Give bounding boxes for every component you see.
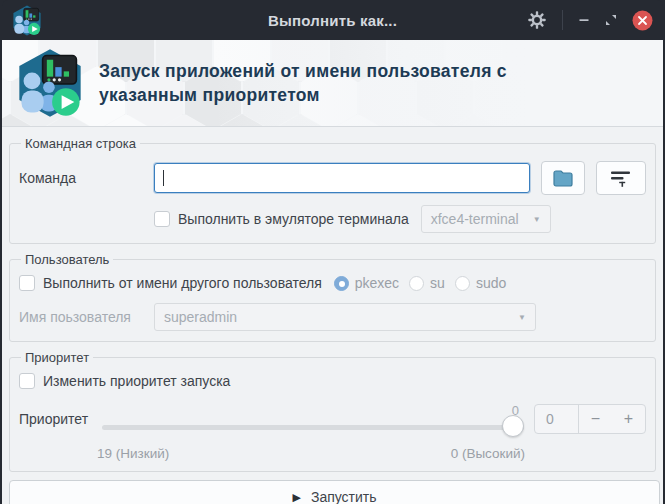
other-user-checkbox[interactable]: [19, 275, 35, 291]
titlebar: Выполнить как...: [2, 0, 663, 40]
other-user-checkbox-label: Выполнить от имени другого пользователя: [43, 275, 322, 291]
radio-label: sudo: [476, 275, 506, 291]
text-lines-icon: [611, 170, 631, 187]
user-section: Пользователь Выполнить от имени другого …: [9, 252, 656, 342]
priority-high-label: 0 (Высокий): [451, 446, 525, 461]
command-label: Команда: [19, 170, 154, 186]
priority-legend: Приоритет: [21, 350, 93, 365]
priority-range-labels: 19 (Низкий) 0 (Высокий): [97, 446, 525, 461]
auth-method-group: pkexec su sudo: [324, 275, 507, 291]
titlebar-separator: [562, 10, 563, 30]
priority-spinbox: 0 − +: [534, 404, 646, 434]
chevron-down-icon: ▼: [533, 215, 541, 224]
priority-section: Приоритет Изменить приоритет запуска При…: [9, 350, 656, 472]
priority-label: Приоритет: [19, 411, 102, 427]
auth-method-sudo: sudo: [455, 275, 506, 291]
close-button[interactable]: [632, 10, 653, 31]
auth-method-su: su: [409, 275, 445, 291]
command-line-section: Командная строка Команда: [9, 136, 656, 244]
dialog-content: Командная строка Команда: [2, 127, 663, 504]
command-input-wrap: [154, 163, 530, 193]
user-legend: Пользователь: [21, 252, 113, 267]
slider-thumb: [502, 415, 524, 437]
command-line-legend: Командная строка: [21, 136, 140, 151]
username-select: superadmin ▼: [154, 303, 536, 331]
priority-slider: 0: [102, 401, 524, 437]
run-as-window: Выполнить как...: [0, 0, 665, 504]
minimize-button[interactable]: [578, 14, 590, 26]
auth-method-pkexec: pkexec: [334, 275, 399, 291]
radio-icon: [334, 276, 349, 291]
app-logo-icon: [16, 46, 84, 120]
run-button-label: Запустить: [311, 489, 377, 504]
spin-value: 0: [535, 405, 579, 433]
username-value: superadmin: [164, 309, 237, 325]
command-input[interactable]: [154, 163, 530, 193]
radio-label: pkexec: [355, 275, 399, 291]
spin-plus-button: +: [612, 405, 645, 433]
slider-track: [102, 425, 524, 430]
terminal-emulator-select: xfce4-terminal ▼: [421, 205, 551, 233]
terminal-emulator-value: xfce4-terminal: [431, 211, 519, 227]
change-priority-checkbox-label: Изменить приоритет запуска: [43, 373, 230, 389]
browse-folder-button[interactable]: [541, 161, 585, 195]
app-title: Запуск приложений от имени пользователя …: [99, 59, 579, 108]
command-history-button[interactable]: [596, 161, 646, 195]
chevron-down-icon: ▼: [518, 313, 526, 322]
window-controls: [527, 10, 653, 31]
username-label: Имя поьзователя: [19, 309, 154, 325]
radio-icon: [409, 276, 424, 291]
spin-minus-button: −: [579, 405, 612, 433]
app-icon: [12, 4, 42, 37]
text-caret: [163, 170, 164, 186]
priority-low-label: 19 (Низкий): [97, 446, 169, 461]
maximize-button[interactable]: [605, 14, 617, 26]
folder-icon: [552, 169, 574, 188]
change-priority-checkbox[interactable]: [19, 373, 35, 389]
radio-icon: [455, 276, 470, 291]
settings-gear-icon[interactable]: [527, 10, 547, 30]
run-button[interactable]: ▶ Запустить: [9, 480, 660, 504]
terminal-checkbox[interactable]: [154, 211, 170, 227]
radio-label: su: [430, 275, 445, 291]
header-banner: Запуск приложений от имени пользователя …: [2, 40, 663, 127]
terminal-checkbox-label: Выполнить в эмуляторе терминала: [178, 211, 409, 227]
play-icon: ▶: [292, 491, 300, 504]
